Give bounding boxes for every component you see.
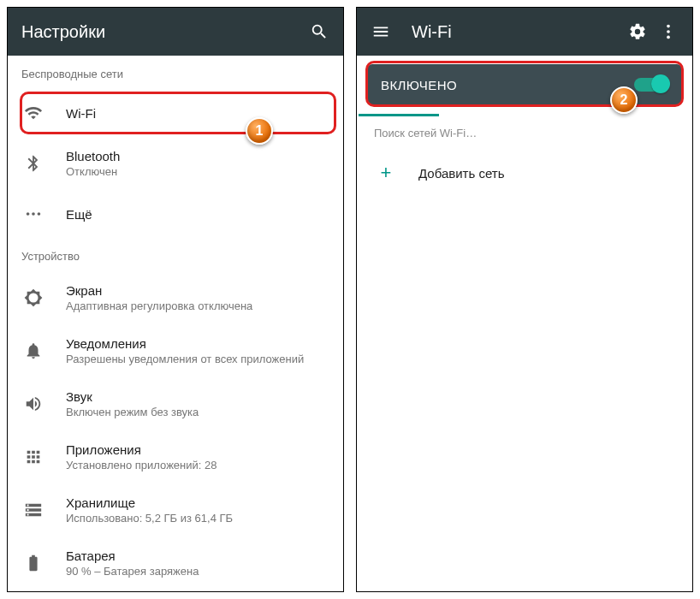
item-battery[interactable]: Батарея 90 % – Батарея заряжена [8,537,343,590]
item-sublabel: Разрешены уведомления от всех приложений [66,353,304,365]
menu-icon[interactable] [371,21,391,42]
item-sublabel: Установлено приложений: 28 [66,459,217,471]
item-wifi[interactable]: Wi-Fi [8,89,343,137]
storage-icon [21,498,45,522]
item-storage[interactable]: Хранилище Использовано: 5,2 ГБ из 61,4 Г… [8,483,343,537]
brightness-icon [21,286,45,310]
bell-icon [21,339,45,363]
appbar: Wi-Fi [357,8,692,56]
section-device: Устройство [8,238,343,271]
item-label: Экран [66,283,252,298]
item-sublabel: Использовано: 5,2 ГБ из 61,4 ГБ [66,512,233,525]
svg-point-1 [32,212,35,216]
item-display[interactable]: Экран Адаптивная регулировка отключена [8,271,343,324]
item-sound[interactable]: Звук Включен режим без звука [8,377,343,430]
item-notifications[interactable]: Уведомления Разрешены уведомления от все… [8,324,343,377]
wifi-screen: Wi-Fi ВКЛЮЧЕНО Поиск сетей Wi-Fi… + Доба… [356,7,693,592]
item-bluetooth[interactable]: Bluetooth Отключен [8,137,343,190]
toggle-switch[interactable] [634,78,668,92]
item-label: Звук [66,389,199,404]
settings-list: Wi-Fi Bluetooth Отключен Ещё Устройство … [8,89,343,592]
volume-icon [21,392,45,416]
item-sublabel: Включен режим без звука [66,406,199,418]
add-network[interactable]: + Добавить сеть [357,150,692,196]
item-label: Приложения [66,442,217,457]
settings-screen: Настройки Беспроводные сети Wi-Fi Blueto… [7,7,344,592]
svg-point-4 [667,30,670,33]
item-apps[interactable]: Приложения Установлено приложений: 28 [8,430,343,483]
svg-point-3 [667,25,670,28]
item-label: Bluetooth [66,149,120,163]
gear-icon[interactable] [627,21,648,42]
page-title: Wi-Fi [412,22,617,42]
item-label: Уведомления [66,336,304,351]
step-marker-1: 1 [246,117,273,145]
step-marker-2: 2 [610,86,638,114]
item-label: Хранилище [66,495,233,510]
appbar: Настройки [8,8,343,56]
item-label: Ещё [66,207,92,222]
item-sublabel: Отключен [66,165,120,178]
item-label: Wi-Fi [66,106,96,121]
svg-point-0 [27,212,30,216]
bluetooth-icon [21,151,45,175]
scanning-hint: Поиск сетей Wi-Fi… [357,116,692,150]
item-label: Батарея [66,549,199,563]
more-vert-icon[interactable] [658,21,679,42]
search-icon[interactable] [309,21,329,42]
svg-point-2 [38,212,41,216]
item-more[interactable]: Ещё [8,190,343,238]
apps-icon [21,445,45,469]
section-wireless: Беспроводные сети [8,56,343,89]
toggle-label: ВКЛЮЧЕНО [381,78,634,92]
page-title: Настройки [21,22,299,42]
svg-point-5 [667,36,670,39]
item-memory[interactable]: Память [8,590,343,592]
more-horiz-icon [21,202,45,226]
plus-icon: + [374,162,398,184]
item-sublabel: 90 % – Батарея заряжена [66,565,199,578]
battery-icon [21,551,45,575]
add-network-label: Добавить сеть [418,166,505,181]
item-sublabel: Адаптивная регулировка отключена [66,300,252,312]
wifi-icon [21,101,45,125]
